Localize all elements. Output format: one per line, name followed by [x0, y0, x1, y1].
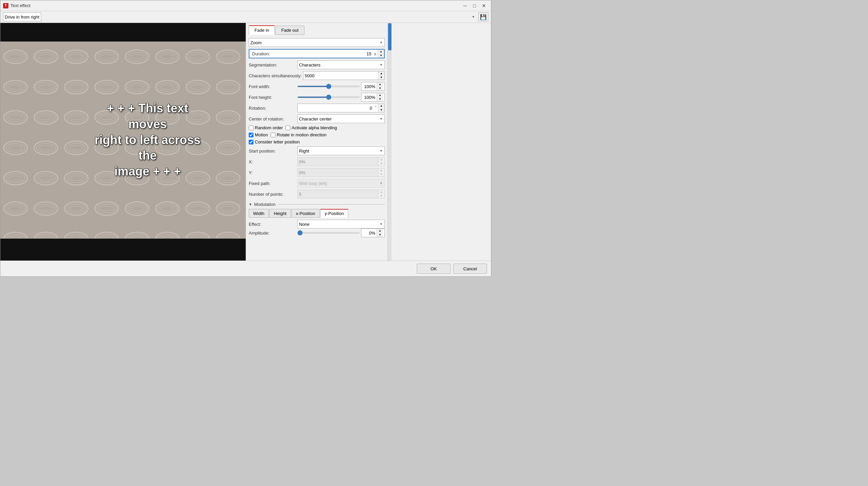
start-position-select[interactable]: Right: [297, 146, 385, 155]
x-spinner: ▲ ▼: [378, 158, 384, 166]
x-down: ▼: [378, 162, 384, 166]
cancel-button[interactable]: Cancel: [453, 264, 487, 274]
font-width-row: Font width: ▲ ▼: [249, 82, 385, 91]
num-points-input: [298, 190, 378, 198]
rotation-row: Rotation: ° ▲ ▼: [249, 104, 385, 112]
fixed-path-select: Wild loop (left): [297, 179, 385, 188]
amplitude-up[interactable]: ▲: [377, 229, 383, 233]
font-height-input-group: ▲ ▼: [361, 93, 385, 102]
mod-tab-width[interactable]: Width: [249, 209, 269, 218]
panel-with-scroll: Fade in Fade out Zoom: [246, 23, 491, 261]
duration-up[interactable]: ▲: [378, 50, 384, 54]
rotate-in-motion-check[interactable]: [271, 133, 275, 137]
random-order-label: Random order: [255, 125, 283, 130]
panel-scrollbar[interactable]: [387, 23, 391, 261]
font-height-slider[interactable]: [297, 97, 360, 98]
motion-checkbox[interactable]: Motion: [249, 132, 268, 137]
y-input-group: ▲ ▼: [297, 168, 385, 177]
amplitude-down[interactable]: ▼: [377, 233, 383, 237]
tab-fade-out[interactable]: Fade out: [275, 26, 304, 35]
zoom-select-wrapper: Zoom: [249, 38, 385, 47]
segmentation-select[interactable]: Characters: [297, 60, 385, 69]
chars-simultaneous-spinner: ▲ ▼: [378, 72, 384, 80]
preview-canvas: + + + This text movesright to left acros…: [0, 42, 246, 239]
rotation-input[interactable]: [298, 104, 374, 112]
effect-row: Effect: None: [249, 220, 385, 228]
alpha-blending-check[interactable]: [286, 126, 290, 130]
amplitude-slider[interactable]: [297, 232, 360, 234]
motion-check[interactable]: [249, 133, 253, 137]
consider-letter-label: Consider letter position: [255, 139, 300, 144]
amplitude-input[interactable]: [361, 229, 377, 237]
rotate-in-motion-checkbox[interactable]: Rotate in motion direction: [271, 132, 326, 137]
mod-tab-y-position[interactable]: y-Position: [320, 209, 348, 218]
font-height-down[interactable]: ▼: [377, 97, 383, 101]
zoom-select[interactable]: Zoom: [249, 38, 385, 47]
preview-bottom-bar: [0, 239, 246, 261]
toolbar: Drive in from right 💾: [0, 11, 491, 23]
fixed-path-row: Fixed path: Wild loop (left): [249, 179, 385, 188]
duration-spinner: ▲ ▼: [378, 50, 384, 58]
font-width-down[interactable]: ▼: [377, 86, 383, 90]
app-icon: T: [3, 3, 8, 8]
font-height-up[interactable]: ▲: [377, 93, 383, 97]
modulation-header: ▼ Modulation: [249, 202, 385, 207]
consider-letter-checkbox[interactable]: Consider letter position: [249, 139, 300, 144]
duration-input[interactable]: [273, 50, 373, 58]
duration-down[interactable]: ▼: [378, 54, 384, 58]
random-order-check[interactable]: [249, 126, 253, 130]
rotation-up[interactable]: ▲: [378, 104, 384, 108]
ok-button[interactable]: OK: [417, 264, 451, 274]
alpha-blending-checkbox[interactable]: Activate alpha blending: [286, 125, 337, 130]
y-label: Y:: [249, 170, 296, 175]
font-height-label: Font height:: [249, 95, 296, 100]
chars-down[interactable]: ▼: [378, 76, 384, 80]
maximize-button[interactable]: □: [470, 2, 479, 9]
scrollbar-thumb[interactable]: [388, 23, 391, 50]
modulation-tabs: Width Height x-Position y-Position: [249, 209, 385, 218]
font-width-up[interactable]: ▲: [377, 82, 383, 86]
x-label: X:: [249, 159, 296, 164]
save-button[interactable]: 💾: [478, 12, 488, 21]
settings-panel: Fade in Fade out Zoom: [246, 23, 387, 261]
modulation-collapse-icon[interactable]: ▼: [249, 202, 252, 206]
amplitude-input-group: ▲ ▼: [361, 228, 385, 237]
close-button[interactable]: ✕: [480, 2, 488, 9]
preset-select[interactable]: Drive in from right: [3, 12, 41, 21]
amplitude-group: ▲ ▼: [297, 228, 385, 237]
preview-area: + + + This text movesright to left acros…: [0, 23, 246, 261]
start-position-row: Start position: Right: [249, 146, 385, 155]
panel-inner: Fade in Fade out Zoom: [246, 23, 387, 240]
x-input-group: ▲ ▼: [297, 157, 385, 166]
rotation-unit: °: [374, 104, 378, 112]
consider-letter-check[interactable]: [249, 140, 253, 144]
random-order-checkbox[interactable]: Random order: [249, 125, 283, 130]
chars-simultaneous-input[interactable]: [303, 72, 378, 80]
effect-select[interactable]: None: [297, 220, 385, 228]
rotation-down[interactable]: ▼: [378, 108, 384, 112]
x-input: [298, 158, 378, 166]
font-width-slider[interactable]: [297, 86, 360, 87]
mod-tab-x-position[interactable]: x-Position: [292, 209, 320, 218]
modulation-section: ▼ Modulation Width Height x-Position y-P…: [249, 202, 385, 237]
font-width-input-group: ▲ ▼: [361, 82, 385, 91]
rotate-in-motion-label: Rotate in motion direction: [277, 132, 326, 137]
center-of-rotation-wrapper: Character center: [297, 114, 385, 123]
random-alpha-row: Random order Activate alpha blending: [249, 125, 385, 130]
chars-simultaneous-label: Characters simultaneously:: [249, 73, 302, 78]
x-row: X: ▲ ▼: [249, 157, 385, 166]
mod-tab-height[interactable]: Height: [269, 209, 291, 218]
font-height-input[interactable]: [361, 93, 377, 101]
font-width-label: Font width:: [249, 84, 296, 89]
alpha-blending-label: Activate alpha blending: [292, 125, 337, 130]
font-width-input[interactable]: [361, 82, 377, 90]
motion-label: Motion: [255, 132, 268, 137]
center-of-rotation-select[interactable]: Character center: [297, 114, 385, 123]
minimize-button[interactable]: ─: [461, 2, 469, 9]
font-width-spinner: ▲ ▼: [377, 82, 383, 90]
y-input: [298, 168, 378, 177]
amplitude-row: Amplitude: ▲ ▼: [249, 228, 385, 237]
chars-up[interactable]: ▲: [378, 72, 384, 76]
tab-fade-in[interactable]: Fade in: [249, 25, 275, 35]
rotation-label: Rotation:: [249, 106, 296, 111]
